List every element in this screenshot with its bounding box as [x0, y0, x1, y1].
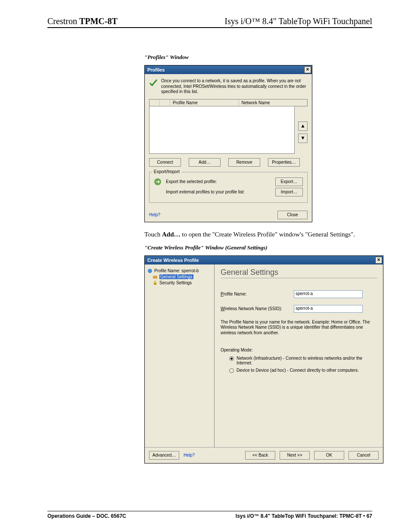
profiles-title: Profiles: [147, 67, 165, 72]
label-ssid: Wireless Network Name (SSID):: [221, 306, 294, 311]
advanced-button[interactable]: Advanced…: [149, 451, 179, 460]
export-import-group: Export/Import Export the selected profil…: [149, 172, 308, 203]
input-profile-name[interactable]: sperrot-a: [294, 290, 363, 298]
move-down-button[interactable]: ▼: [298, 134, 308, 143]
radio-infrastructure[interactable]: Network (Infrastructure) - Connect to wi…: [221, 356, 377, 365]
cancel-button[interactable]: Cancel: [349, 451, 379, 460]
import-button[interactable]: Import…: [275, 188, 303, 196]
input-ssid[interactable]: sperrot-a: [294, 305, 363, 313]
label-profile-name: Profile Name:: [221, 292, 294, 296]
cwp-title: Create Wireless Profile: [147, 258, 199, 263]
export-button[interactable]: Export…: [275, 177, 303, 186]
svg-rect-3: [154, 283, 156, 285]
radio-adhoc[interactable]: Device to Device (ad hoc) - Connect dire…: [221, 368, 377, 373]
export-import-legend: Export/Import: [152, 169, 181, 174]
nav-general-settings[interactable]: General Settings: [146, 274, 212, 280]
instruction-text: Touch Add… to open the "Create Wireless …: [144, 231, 372, 238]
profile-description: The Profile Name is your name for the ne…: [221, 320, 377, 336]
checkmark-icon: [149, 78, 158, 87]
ok-button[interactable]: OK: [314, 451, 344, 460]
profiles-titlebar: Profiles ×: [145, 65, 312, 74]
nav-security-settings[interactable]: Security Settings: [146, 280, 212, 286]
cwp-titlebar: Create Wireless Profile ×: [145, 256, 383, 264]
caption-cwp: "Create Wireless Profile" Window (Genera…: [144, 244, 372, 251]
page-footer: Operations Guide – DOC. 6567C Isys i/O™ …: [47, 511, 372, 519]
profiles-dialog: Profiles × Once you connect to a network…: [144, 65, 312, 222]
header-left: Crestron TPMC-8T: [47, 16, 118, 26]
cwp-footer: Advanced… Help? << Back Next >> OK Cance…: [145, 447, 383, 463]
add-button[interactable]: Add…: [189, 158, 221, 167]
folder-icon: [153, 274, 158, 280]
cwp-heading: General Settings: [221, 268, 377, 277]
caption-profiles: "Profiles" Window: [144, 54, 372, 61]
create-profile-dialog: Create Wireless Profile × Profile Name: …: [144, 255, 383, 464]
connect-button[interactable]: Connect: [149, 158, 181, 167]
footer-right: Isys i/O™ 8.4" TableTop WiFi Touchpanel:…: [236, 513, 372, 519]
close-icon[interactable]: ×: [375, 257, 382, 264]
radio-icon: [229, 368, 234, 373]
properties-button[interactable]: Properties…: [268, 158, 300, 167]
import-label: Import external profiles to your profile…: [166, 190, 271, 194]
help-link[interactable]: Help?: [184, 453, 195, 457]
svg-point-1: [148, 269, 152, 273]
export-label: Export the selected profile:: [166, 179, 271, 184]
page-header: Crestron TPMC-8T Isys i/O™ 8.4" TableTop…: [47, 16, 372, 28]
close-icon[interactable]: ×: [304, 66, 311, 73]
header-brand: Crestron: [47, 16, 79, 26]
wireless-icon: [147, 268, 153, 274]
lock-icon: [153, 280, 158, 286]
export-icon: [154, 178, 162, 186]
label-operating-mode: Operating Mode:: [221, 348, 377, 352]
profiles-intro-text: Once you connect to a network, it is sav…: [161, 78, 308, 95]
profiles-list[interactable]: [149, 106, 295, 154]
column-profile-name[interactable]: Profile Name: [170, 100, 239, 106]
footer-left: Operations Guide – DOC. 6567C: [47, 513, 126, 519]
cwp-sidebar: Profile Name: sperrot-b General Settings…: [145, 264, 215, 447]
remove-button[interactable]: Remove: [228, 158, 260, 167]
move-up-button[interactable]: ▲: [298, 121, 308, 131]
nav-profile-name[interactable]: Profile Name: sperrot-b: [146, 268, 212, 274]
back-button[interactable]: << Back: [245, 451, 275, 460]
radio-icon: [229, 356, 234, 361]
next-button[interactable]: Next >>: [280, 451, 310, 460]
profiles-list-header: Profile Name Network Name: [149, 99, 308, 106]
header-right: Isys i/O™ 8.4" TableTop WiFi Touchpanel: [224, 16, 372, 26]
column-network-name[interactable]: Network Name: [239, 100, 308, 106]
header-model: TPMC-8T: [79, 16, 118, 26]
help-link[interactable]: Help?: [149, 212, 160, 217]
svg-rect-2: [153, 276, 157, 279]
close-button[interactable]: Close: [277, 211, 308, 219]
